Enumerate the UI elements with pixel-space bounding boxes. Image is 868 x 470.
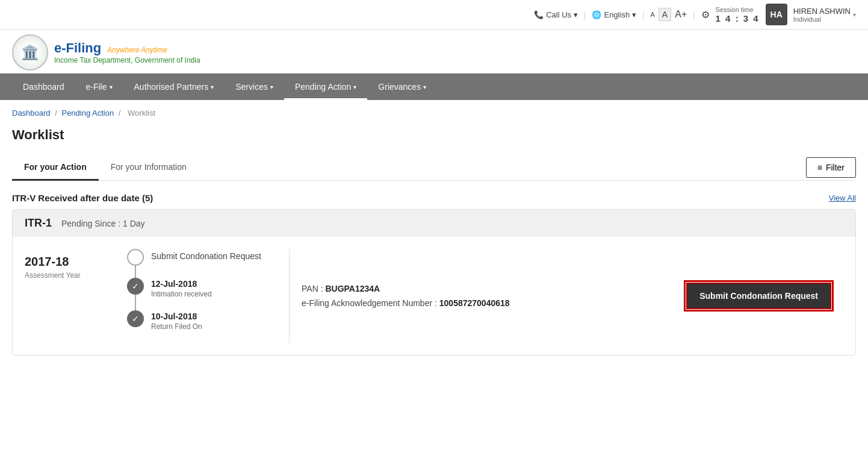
- nav-dashboard-label: Dashboard: [23, 82, 64, 92]
- user-chevron: ▾: [853, 11, 856, 18]
- timeline-date-3: 10-Jul-2018: [151, 312, 202, 321]
- logo-area: 🏛️ e-Filing Anywhere Anytime Income Tax …: [0, 30, 868, 74]
- user-panel: HIREN ASHWIN Individual: [793, 7, 851, 23]
- nav-pending-action[interactable]: Pending Action ▾: [284, 74, 367, 100]
- nav-services-chevron: ▾: [270, 84, 273, 90]
- filter-label: Filter: [826, 163, 845, 172]
- phone-icon: 📞: [534, 10, 544, 19]
- font-increase-btn[interactable]: A+: [675, 9, 687, 20]
- efiling-main: e-Filing Anywhere Anytime: [54, 40, 200, 56]
- ack-value: 100587270040618: [439, 298, 510, 308]
- ack-label: e-Filing Acknowledgement Number :: [302, 298, 439, 308]
- main-content: Worklist For your Action For your Inform…: [0, 121, 868, 368]
- separator2: |: [642, 10, 644, 19]
- pending-since: Pending Since : 1 Day: [61, 219, 145, 228]
- filter-button[interactable]: ≡ Filter: [806, 157, 856, 178]
- nav-grievances-label: Grievances: [378, 82, 421, 92]
- tab-action-label: For your Action: [24, 162, 87, 172]
- breadcrumb: Dashboard / Pending Action / Worklist: [0, 100, 868, 121]
- timeline-info-2: 12-Jul-2018 Intimation received: [151, 278, 212, 298]
- pan-label: PAN :: [302, 284, 325, 293]
- call-us-link[interactable]: 📞 Call Us ▾: [534, 10, 578, 19]
- font-normal-btn[interactable]: A: [659, 8, 671, 21]
- nav-services-label: Services: [235, 82, 268, 92]
- nav-authorised-partners-label: Authorised Partners: [134, 82, 209, 92]
- timeline-info-1: Submit Condonation Request: [151, 249, 261, 261]
- user-name: HIREN ASHWIN: [793, 7, 851, 16]
- font-controls: A A A+: [651, 8, 687, 21]
- timeline-desc-2: Intimation received: [151, 290, 212, 298]
- session-time-value: 1 4 : 3 4: [716, 13, 760, 24]
- assessment-year: 2017-18: [25, 255, 121, 269]
- timeline-dot-1: [127, 249, 144, 266]
- section-title: ITR-V Received after due date (5): [12, 193, 153, 203]
- efiling-label: e-Filing: [54, 40, 101, 55]
- filter-icon: ≡: [817, 163, 822, 172]
- nav-grievances-chevron: ▾: [423, 84, 426, 90]
- itr-type: ITR-1: [25, 217, 52, 230]
- main-nav: Dashboard e-File ▾ Authorised Partners ▾…: [0, 74, 868, 100]
- details-col: PAN : BUGPA1234A e-Filing Acknowledgemen…: [290, 249, 674, 343]
- timeline-dot-2: ✓: [127, 278, 144, 295]
- separator3: |: [693, 10, 695, 19]
- breadcrumb-dashboard[interactable]: Dashboard: [12, 108, 51, 118]
- breadcrumb-worklist: Worklist: [128, 108, 155, 118]
- nav-grievances[interactable]: Grievances ▾: [367, 74, 437, 100]
- breadcrumb-sep2: /: [119, 108, 123, 118]
- tab-info-label: For your Information: [111, 162, 187, 172]
- tab-for-your-action[interactable]: For your Action: [12, 155, 99, 181]
- action-col: Submit Condonation Request: [674, 249, 843, 343]
- timeline-desc-1: Submit Condonation Request: [151, 251, 261, 261]
- separator1: |: [584, 10, 586, 19]
- nav-efile-chevron: ▾: [110, 84, 113, 90]
- tabs-area: For your Action For your Information ≡ F…: [12, 155, 856, 181]
- user-type: Individual: [793, 16, 851, 23]
- session-time-block: Session time 1 4 : 3 4: [716, 6, 760, 24]
- emblem: 🏛️: [12, 34, 48, 70]
- section-header: ITR-V Received after due date (5) View A…: [12, 193, 856, 203]
- call-us-label: Call Us: [546, 10, 571, 19]
- font-decrease-btn[interactable]: A: [651, 11, 655, 18]
- ack-info: e-Filing Acknowledgement Number : 100587…: [302, 298, 662, 308]
- timeline-date-2: 12-Jul-2018: [151, 279, 212, 289]
- globe-icon: 🌐: [592, 10, 601, 19]
- timeline-info-3: 10-Jul-2018 Return Filed On: [151, 310, 202, 331]
- view-all-link[interactable]: View All: [829, 193, 856, 202]
- timeline-dot-3: ✓: [127, 310, 144, 327]
- efiling-sub: Income Tax Department, Government of Ind…: [54, 56, 200, 64]
- breadcrumb-sep1: /: [55, 108, 59, 118]
- itr-card: ITR-1 Pending Since : 1 Day 2017-18 Asse…: [12, 209, 856, 356]
- itr-card-body: 2017-18 Assessment Year Submit Condonati…: [13, 237, 855, 355]
- session-area: Session time 1 4 : 3 4 HA HIREN ASHWIN I…: [716, 4, 856, 25]
- timeline-desc-3: Return Filed On: [151, 322, 202, 331]
- nav-services[interactable]: Services ▾: [225, 74, 284, 100]
- efiling-tag: Anywhere Anytime: [107, 46, 167, 54]
- avatar: HA: [766, 4, 787, 25]
- page-title: Worklist: [12, 127, 856, 143]
- nav-partners-chevron: ▾: [211, 84, 214, 90]
- assessment-col: 2017-18 Assessment Year: [25, 249, 121, 343]
- pan-info: PAN : BUGPA1234A: [302, 284, 662, 293]
- timeline-col: Submit Condonation Request ✓ 12-Jul-2018…: [121, 249, 290, 343]
- nav-pending-action-label: Pending Action: [295, 82, 351, 92]
- language-label: English: [604, 10, 630, 19]
- settings-icon[interactable]: ⚙: [701, 9, 710, 20]
- language-chevron: ▾: [632, 10, 636, 19]
- language-selector[interactable]: 🌐 English ▾: [592, 10, 636, 19]
- submit-condonation-button[interactable]: Submit Condonation Request: [686, 283, 831, 309]
- timeline-item-3: ✓ 10-Jul-2018 Return Filed On: [127, 310, 283, 331]
- nav-dashboard[interactable]: Dashboard: [12, 74, 75, 100]
- pan-value: BUGPA1234A: [325, 284, 380, 293]
- timeline-item-1: Submit Condonation Request: [127, 249, 283, 266]
- nav-efile-label: e-File: [86, 82, 107, 92]
- top-bar: 📞 Call Us ▾ | 🌐 English ▾ | A A A+ | ⚙ S…: [0, 0, 868, 30]
- assessment-label: Assessment Year: [25, 271, 121, 280]
- tab-for-your-information[interactable]: For your Information: [99, 155, 199, 181]
- nav-authorised-partners[interactable]: Authorised Partners ▾: [123, 74, 225, 100]
- breadcrumb-pending-action[interactable]: Pending Action: [61, 108, 114, 118]
- user-dropdown-trigger[interactable]: HIREN ASHWIN Individual ▾: [793, 7, 856, 23]
- itr-card-header: ITR-1 Pending Since : 1 Day: [13, 210, 855, 237]
- nav-pending-chevron: ▾: [353, 84, 356, 90]
- logo-text: e-Filing Anywhere Anytime Income Tax Dep…: [54, 40, 200, 64]
- nav-efile[interactable]: e-File ▾: [75, 74, 123, 100]
